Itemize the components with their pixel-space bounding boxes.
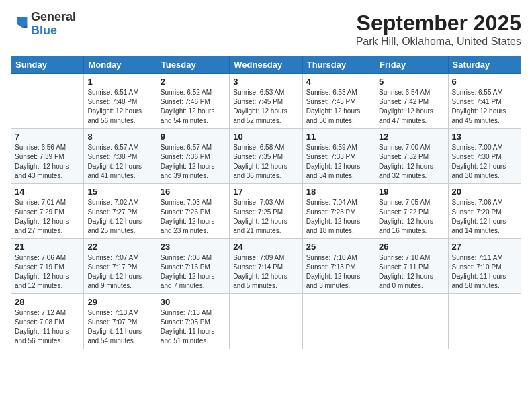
day-number: 10	[233, 132, 298, 142]
calendar-cell: 3Sunrise: 6:53 AMSunset: 7:45 PMDaylight…	[230, 74, 302, 129]
logo-icon	[12, 13, 31, 32]
day-info: Sunrise: 6:52 AMSunset: 7:46 PMDaylight:…	[161, 88, 226, 126]
calendar-cell: 22Sunrise: 7:07 AMSunset: 7:17 PMDayligh…	[84, 239, 157, 294]
day-info: Sunrise: 7:02 AMSunset: 7:27 PMDaylight:…	[87, 198, 152, 236]
day-info: Sunrise: 6:53 AMSunset: 7:43 PMDaylight:…	[306, 88, 371, 126]
calendar-cell: 25Sunrise: 7:10 AMSunset: 7:13 PMDayligh…	[302, 239, 375, 294]
calendar-header-thursday: Thursday	[302, 56, 375, 74]
calendar-table: SundayMondayTuesdayWednesdayThursdayFrid…	[11, 56, 521, 349]
day-number: 19	[379, 187, 444, 197]
calendar-cell	[375, 294, 448, 349]
day-info: Sunrise: 7:06 AMSunset: 7:20 PMDaylight:…	[452, 198, 517, 236]
day-info: Sunrise: 6:55 AMSunset: 7:41 PMDaylight:…	[452, 88, 517, 126]
day-number: 20	[452, 187, 517, 197]
calendar-cell: 13Sunrise: 7:00 AMSunset: 7:30 PMDayligh…	[448, 129, 521, 184]
day-number: 15	[87, 187, 152, 197]
calendar-cell: 20Sunrise: 7:06 AMSunset: 7:20 PMDayligh…	[448, 184, 521, 239]
calendar-cell: 27Sunrise: 7:11 AMSunset: 7:10 PMDayligh…	[448, 239, 521, 294]
day-info: Sunrise: 7:03 AMSunset: 7:25 PMDaylight:…	[233, 198, 298, 236]
day-number: 12	[379, 132, 444, 142]
calendar-cell: 18Sunrise: 7:04 AMSunset: 7:23 PMDayligh…	[302, 184, 375, 239]
calendar-cell: 23Sunrise: 7:08 AMSunset: 7:16 PMDayligh…	[157, 239, 229, 294]
calendar-cell: 17Sunrise: 7:03 AMSunset: 7:25 PMDayligh…	[230, 184, 302, 239]
calendar-cell: 16Sunrise: 7:03 AMSunset: 7:26 PMDayligh…	[157, 184, 229, 239]
day-number: 30	[161, 297, 226, 307]
logo-text: General Blue	[31, 11, 76, 38]
calendar-week-row: 7Sunrise: 6:56 AMSunset: 7:39 PMDaylight…	[11, 129, 521, 184]
calendar-cell: 26Sunrise: 7:10 AMSunset: 7:11 PMDayligh…	[375, 239, 448, 294]
day-info: Sunrise: 7:10 AMSunset: 7:11 PMDaylight:…	[379, 253, 444, 291]
day-number: 8	[87, 132, 152, 142]
calendar-header-wednesday: Wednesday	[230, 56, 302, 74]
day-number: 24	[233, 242, 298, 252]
day-info: Sunrise: 6:54 AMSunset: 7:42 PMDaylight:…	[379, 88, 444, 126]
day-number: 23	[161, 242, 226, 252]
day-info: Sunrise: 7:07 AMSunset: 7:17 PMDaylight:…	[87, 253, 152, 291]
day-number: 28	[15, 297, 80, 307]
day-info: Sunrise: 7:09 AMSunset: 7:14 PMDaylight:…	[233, 253, 298, 291]
day-info: Sunrise: 7:06 AMSunset: 7:19 PMDaylight:…	[15, 253, 80, 291]
day-number: 22	[87, 242, 152, 252]
day-number: 5	[379, 77, 444, 87]
day-number: 18	[306, 187, 371, 197]
calendar-cell: 5Sunrise: 6:54 AMSunset: 7:42 PMDaylight…	[375, 74, 448, 129]
calendar-cell: 11Sunrise: 6:59 AMSunset: 7:33 PMDayligh…	[302, 129, 375, 184]
day-info: Sunrise: 7:03 AMSunset: 7:26 PMDaylight:…	[161, 198, 226, 236]
calendar-cell	[11, 74, 84, 129]
calendar-cell: 7Sunrise: 6:56 AMSunset: 7:39 PMDaylight…	[11, 129, 84, 184]
calendar-cell	[448, 294, 521, 349]
calendar-week-row: 28Sunrise: 7:12 AMSunset: 7:08 PMDayligh…	[11, 294, 521, 349]
calendar-cell	[302, 294, 375, 349]
day-number: 21	[15, 242, 80, 252]
day-info: Sunrise: 7:12 AMSunset: 7:08 PMDaylight:…	[15, 308, 80, 346]
day-number: 3	[233, 77, 298, 87]
calendar-header-saturday: Saturday	[448, 56, 521, 74]
day-info: Sunrise: 6:57 AMSunset: 7:38 PMDaylight:…	[87, 143, 152, 181]
calendar-week-row: 1Sunrise: 6:51 AMSunset: 7:48 PMDaylight…	[11, 74, 521, 129]
calendar-cell: 29Sunrise: 7:13 AMSunset: 7:07 PMDayligh…	[84, 294, 157, 349]
calendar-cell: 15Sunrise: 7:02 AMSunset: 7:27 PMDayligh…	[84, 184, 157, 239]
calendar-cell: 14Sunrise: 7:01 AMSunset: 7:29 PMDayligh…	[11, 184, 84, 239]
calendar-cell: 30Sunrise: 7:13 AMSunset: 7:05 PMDayligh…	[157, 294, 229, 349]
title-block: September 2025 Park Hill, Oklahoma, Unit…	[356, 11, 521, 48]
day-info: Sunrise: 6:58 AMSunset: 7:35 PMDaylight:…	[233, 143, 298, 181]
day-number: 6	[452, 77, 517, 87]
page-subtitle: Park Hill, Oklahoma, United States	[356, 36, 521, 48]
day-number: 25	[306, 242, 371, 252]
calendar-header-sunday: Sunday	[11, 56, 84, 74]
calendar-week-row: 14Sunrise: 7:01 AMSunset: 7:29 PMDayligh…	[11, 184, 521, 239]
day-info: Sunrise: 7:01 AMSunset: 7:29 PMDaylight:…	[15, 198, 80, 236]
calendar-header-friday: Friday	[375, 56, 448, 74]
day-info: Sunrise: 7:05 AMSunset: 7:22 PMDaylight:…	[379, 198, 444, 236]
day-info: Sunrise: 7:04 AMSunset: 7:23 PMDaylight:…	[306, 198, 371, 236]
calendar-cell	[230, 294, 302, 349]
day-info: Sunrise: 7:13 AMSunset: 7:07 PMDaylight:…	[87, 308, 152, 346]
day-info: Sunrise: 7:00 AMSunset: 7:30 PMDaylight:…	[452, 143, 517, 181]
day-info: Sunrise: 6:51 AMSunset: 7:48 PMDaylight:…	[87, 88, 152, 126]
calendar-header-monday: Monday	[84, 56, 157, 74]
day-number: 2	[161, 77, 226, 87]
calendar-cell: 2Sunrise: 6:52 AMSunset: 7:46 PMDaylight…	[157, 74, 229, 129]
calendar-cell: 24Sunrise: 7:09 AMSunset: 7:14 PMDayligh…	[230, 239, 302, 294]
calendar-cell: 4Sunrise: 6:53 AMSunset: 7:43 PMDaylight…	[302, 74, 375, 129]
calendar-week-row: 21Sunrise: 7:06 AMSunset: 7:19 PMDayligh…	[11, 239, 521, 294]
day-info: Sunrise: 6:59 AMSunset: 7:33 PMDaylight:…	[306, 143, 371, 181]
calendar-cell: 28Sunrise: 7:12 AMSunset: 7:08 PMDayligh…	[11, 294, 84, 349]
calendar-cell: 21Sunrise: 7:06 AMSunset: 7:19 PMDayligh…	[11, 239, 84, 294]
day-info: Sunrise: 7:11 AMSunset: 7:10 PMDaylight:…	[452, 253, 517, 291]
day-number: 4	[306, 77, 371, 87]
day-number: 7	[15, 132, 80, 142]
page-header: General Blue September 2025 Park Hill, O…	[11, 11, 521, 48]
day-number: 27	[452, 242, 517, 252]
calendar-header-row: SundayMondayTuesdayWednesdayThursdayFrid…	[11, 56, 521, 74]
logo: General Blue	[11, 11, 76, 38]
calendar-cell: 9Sunrise: 6:57 AMSunset: 7:36 PMDaylight…	[157, 129, 229, 184]
day-info: Sunrise: 7:00 AMSunset: 7:32 PMDaylight:…	[379, 143, 444, 181]
day-number: 13	[452, 132, 517, 142]
calendar-header-tuesday: Tuesday	[157, 56, 229, 74]
day-info: Sunrise: 6:53 AMSunset: 7:45 PMDaylight:…	[233, 88, 298, 126]
day-info: Sunrise: 7:08 AMSunset: 7:16 PMDaylight:…	[161, 253, 226, 291]
day-number: 11	[306, 132, 371, 142]
day-number: 17	[233, 187, 298, 197]
day-number: 29	[87, 297, 152, 307]
